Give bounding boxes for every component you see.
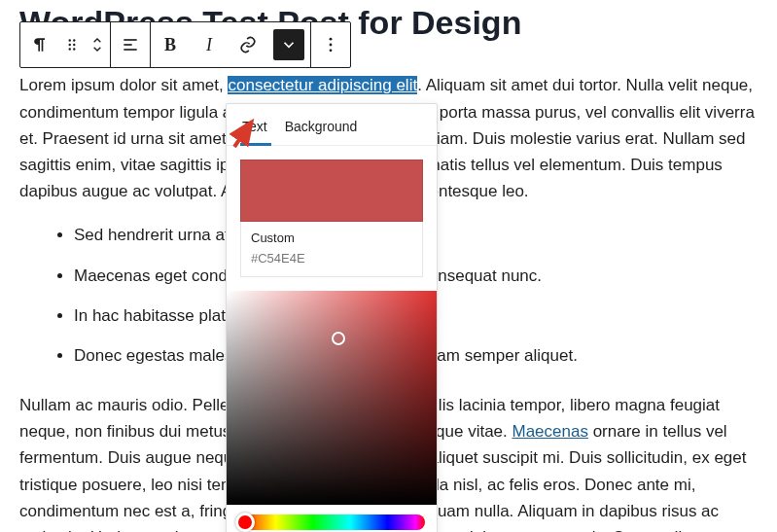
tab-text[interactable]: Text xyxy=(242,116,267,137)
svg-point-2 xyxy=(69,44,71,46)
color-hex: #C54E4E xyxy=(251,249,412,269)
highlight-color-panel: Text Background Custom #C54E4E xyxy=(226,103,438,532)
active-tab-indicator xyxy=(240,143,271,146)
svg-point-3 xyxy=(73,44,75,46)
inline-link[interactable]: Maecenas xyxy=(512,422,588,441)
svg-point-9 xyxy=(330,38,333,41)
tab-background[interactable]: Background xyxy=(285,116,358,137)
svg-point-10 xyxy=(330,44,333,47)
color-swatch[interactable] xyxy=(240,160,423,222)
italic-button[interactable]: I xyxy=(190,22,229,67)
svg-point-5 xyxy=(73,48,75,50)
link-button[interactable] xyxy=(229,22,267,67)
hue-thumb[interactable] xyxy=(235,513,255,532)
svg-point-0 xyxy=(69,39,71,41)
saturation-picker[interactable] xyxy=(227,291,437,505)
svg-point-4 xyxy=(69,48,71,50)
options-button[interactable] xyxy=(311,22,350,67)
block-toolbar: B I xyxy=(19,21,351,68)
more-rich-text-button[interactable] xyxy=(273,29,304,60)
picker-cursor[interactable] xyxy=(332,332,345,345)
hue-slider[interactable] xyxy=(238,514,425,530)
swatch-meta: Custom #C54E4E xyxy=(240,222,423,277)
svg-point-11 xyxy=(330,49,333,52)
paragraph-block-icon[interactable] xyxy=(20,22,59,67)
svg-point-1 xyxy=(73,39,75,41)
bold-button[interactable]: B xyxy=(151,22,190,67)
selected-text: consectetur adipiscing elit xyxy=(228,76,417,94)
align-icon[interactable] xyxy=(111,22,150,67)
drag-handle-icon[interactable] xyxy=(59,22,85,67)
move-updown-icon[interactable] xyxy=(85,22,110,67)
custom-label: Custom xyxy=(251,229,412,249)
text-fragment: Lorem ipsum dolor sit amet, xyxy=(19,76,228,94)
